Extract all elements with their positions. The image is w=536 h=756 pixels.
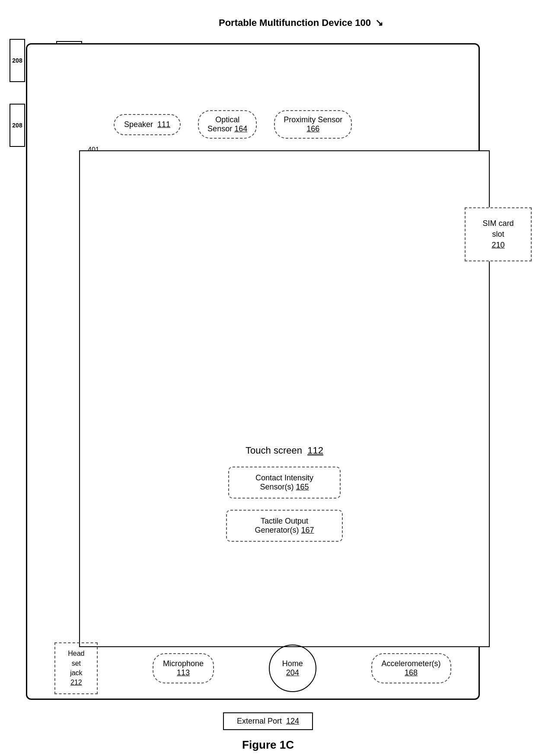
tactile-output-label2: Generator(s) 167 [239, 526, 330, 535]
title-text: Portable Multifunction Device 100 [219, 17, 371, 29]
tactile-output-box: Tactile Output Generator(s) 167 [226, 510, 343, 542]
sim-card-ref: 210 [491, 241, 504, 249]
bottom-bar: Headsetjack 212 Microphone 113 Home 204 … [27, 638, 479, 699]
headset-ref: 212 [70, 679, 82, 686]
headset-box: Headsetjack 212 [54, 642, 98, 694]
side-button-top-label: 208 [12, 57, 22, 64]
optical-sensor-label2: Sensor 164 [207, 124, 247, 133]
home-ref: 204 [286, 668, 299, 677]
optical-sensor-label: Optical [207, 115, 247, 124]
microphone-ref: 113 [177, 668, 190, 677]
optical-sensor-ref: 164 [234, 124, 247, 133]
contact-intensity-label: Contact Intensity [241, 473, 328, 483]
side-button-bottom: 208 [10, 104, 25, 147]
side-button-bottom-label: 208 [12, 122, 22, 129]
page-title: Portable Multifunction Device 100 ↘ [219, 17, 383, 29]
optical-sensor-box: Optical Sensor 164 [198, 110, 257, 139]
touchscreen-ref: 112 [307, 445, 323, 456]
proximity-sensor-label: Proximity Sensor [284, 115, 342, 124]
top-sensor-bar: Speaker 111 Optical Sensor 164 Proximity… [62, 101, 507, 148]
sim-card-box: SIM cardslot 210 [465, 207, 532, 261]
external-port-box: External Port 124 [223, 712, 313, 730]
touchscreen-label: Touch screen 112 [246, 445, 323, 456]
speaker-label: Speaker [124, 120, 153, 129]
speaker-box: Speaker 111 [114, 114, 181, 135]
accelerometer-box: Accelerometer(s) 168 [371, 653, 451, 683]
figure-caption: Figure 1C [242, 738, 294, 752]
home-button[interactable]: Home 204 [269, 645, 316, 692]
device-outline: Speaker 111 Optical Sensor 164 Proximity… [26, 43, 480, 700]
contact-intensity-label2: Sensor(s) 165 [241, 483, 328, 492]
proximity-sensor-ref: 166 [306, 124, 319, 133]
accelerometer-label: Accelerometer(s) [382, 659, 441, 668]
microphone-label: Microphone [163, 659, 204, 668]
speaker-ref: 111 [157, 120, 170, 129]
contact-intensity-box: Contact Intensity Sensor(s) 165 [228, 467, 341, 499]
page-container: Portable Multifunction Device 100 ↘ 206 … [0, 0, 536, 756]
external-port-ref: 124 [286, 717, 299, 725]
proximity-sensor-box: Proximity Sensor 166 [274, 110, 352, 139]
tactile-output-ref: 167 [301, 526, 314, 534]
tactile-output-label: Tactile Output [239, 517, 330, 526]
title-arrow: ↘ [375, 17, 383, 29]
screen-area: Touch screen 112 Contact Intensity Senso… [79, 150, 490, 647]
headset-label: Headsetjack [68, 649, 84, 678]
title-label: Portable Multifunction Device 100 [219, 17, 371, 28]
side-button-top: 208 [10, 39, 25, 82]
home-label: Home [282, 659, 303, 668]
contact-intensity-ref: 165 [296, 483, 309, 491]
accelerometer-ref: 168 [405, 668, 418, 677]
proximity-sensor-ref-line: 166 [284, 124, 342, 133]
figure-caption-text: Figure 1C [242, 738, 294, 751]
microphone-box: Microphone 113 [153, 653, 214, 683]
sim-card-label: SIM cardslot [482, 218, 514, 240]
external-port-label: External Port [237, 717, 282, 725]
touchscreen-text: Touch screen [246, 445, 302, 456]
